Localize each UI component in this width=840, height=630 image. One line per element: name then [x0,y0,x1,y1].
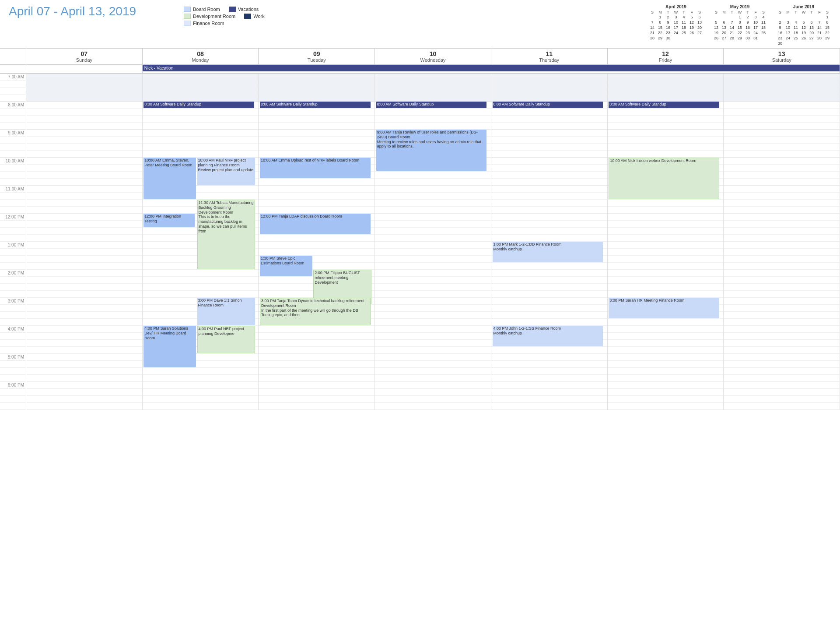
mini-cal-day[interactable]: 1 [823,14,831,20]
mini-cal-day[interactable]: 12 [800,25,808,30]
mini-cal-day[interactable]: 4 [792,20,800,25]
mini-cal-day[interactable]: 7 [728,20,736,25]
mini-cal-day[interactable]: 15 [656,25,664,30]
event-fri-0[interactable]: 8:00 AM Software Daily Standup [609,102,719,108]
mini-cal-day[interactable]: 20 [808,30,816,35]
mini-cal-day[interactable]: 12 [688,20,696,25]
mini-cal-day[interactable]: 2 [664,14,672,20]
event-fri-1[interactable]: 10:00 AM Nick Inixion webex Development … [609,158,719,199]
mini-cal-day[interactable]: 16 [776,30,784,35]
event-tue-4[interactable]: 12:00 PM Tanja LDAP discussion Board Roo… [260,214,370,234]
mini-cal-day[interactable]: 6 [696,14,704,20]
event-thu-1[interactable]: 1:00 PM Mark 1-2-1:DD Finance Room Month… [493,242,603,262]
mini-cal-day[interactable]: 11 [792,25,800,30]
mini-cal-day[interactable]: 22 [656,30,664,35]
mini-cal-day[interactable]: 19 [712,30,720,35]
mini-cal-day[interactable]: 6 [720,20,728,25]
event-mon-0[interactable]: 8:00 AM Software Daily Standup [144,102,254,108]
event-wed-1[interactable]: 9:00 AM Tanja Review of user roles and p… [376,130,486,171]
vacation-bar[interactable]: Nick - Vacation [143,65,840,71]
mini-cal-day[interactable]: 18 [792,30,800,35]
mini-cal-day[interactable]: 20 [720,30,728,35]
mini-cal-day[interactable]: 2 [776,20,784,25]
mini-cal-day[interactable]: 2 [744,14,752,20]
mini-cal-day[interactable]: 7 [648,20,656,25]
event-thu-0[interactable]: 8:00 AM Software Daily Standup [493,102,603,108]
mini-cal-day[interactable]: 8 [823,20,831,25]
event-mon-6[interactable]: 4:00 PM Sarah Solutions Dev/ HR Meeting … [144,326,196,367]
mini-cal-day[interactable]: 4 [760,14,767,20]
mini-cal-day[interactable]: 6 [808,20,816,25]
mini-cal-day[interactable]: 28 [816,35,823,41]
mini-cal-day[interactable]: 25 [680,30,688,35]
mini-cal-day[interactable]: 3 [672,14,680,20]
mini-cal-day[interactable]: 17 [784,30,792,35]
mini-cal-day[interactable]: 11 [760,20,767,25]
mini-cal-day[interactable]: 27 [696,30,704,35]
mini-cal-day[interactable]: 8 [656,20,664,25]
mini-cal-day[interactable]: 17 [672,25,680,30]
mini-cal-day[interactable]: 21 [728,30,736,35]
mini-cal-day[interactable]: 16 [744,25,752,30]
mini-cal-day[interactable]: 17 [752,25,760,30]
mini-cal-day[interactable]: 11 [680,20,688,25]
mini-cal-day[interactable]: 29 [656,35,664,41]
event-fri-2[interactable]: 3:00 PM Sarah HR Meeting Finance Room [609,298,719,318]
mini-cal-day[interactable]: 3 [784,20,792,25]
mini-cal-day[interactable]: 13 [696,20,704,25]
mini-cal-day[interactable]: 24 [784,35,792,41]
mini-cal-day[interactable]: 21 [648,30,656,35]
mini-cal-day[interactable]: 29 [823,35,831,41]
mini-cal-day[interactable]: 18 [680,25,688,30]
mini-cal-day[interactable]: 5 [688,14,696,20]
event-tue-2[interactable]: 1:30 PM Steve Epic Estimations Board Roo… [260,256,312,276]
event-mon-2[interactable]: 10:00 AM Paul NRF project planning Finan… [197,158,256,185]
event-mon-5[interactable]: 3:00 PM Dave 1:1 Simon Finance Room [197,298,256,325]
mini-cal-day[interactable]: 14 [648,25,656,30]
mini-cal-day[interactable]: 23 [744,30,752,35]
mini-cal-day[interactable]: 16 [664,25,672,30]
mini-cal-day[interactable]: 28 [648,35,656,41]
mini-cal-day[interactable]: 21 [816,30,823,35]
mini-cal-day[interactable]: 14 [816,25,823,30]
mini-cal-day[interactable]: 10 [752,20,760,25]
mini-cal-day[interactable]: 13 [720,25,728,30]
mini-cal-day[interactable]: 1 [656,14,664,20]
mini-cal-day[interactable]: 22 [736,30,744,35]
mini-cal-day[interactable]: 23 [664,30,672,35]
mini-cal-day[interactable]: 25 [792,35,800,41]
mini-cal-day[interactable]: 30 [664,35,672,41]
mini-cal-day[interactable]: 26 [800,35,808,41]
mini-cal-day[interactable]: 8 [736,20,744,25]
event-tue-0[interactable]: 8:00 AM Software Daily Standup [260,102,370,108]
mini-cal-day[interactable]: 5 [712,20,720,25]
mini-cal-day[interactable]: 10 [784,25,792,30]
event-mon-3[interactable]: 11:30 AM Tobias Manufacturing Backlog Gr… [197,200,256,269]
mini-cal-day[interactable]: 15 [736,25,744,30]
mini-cal-day[interactable]: 26 [688,30,696,35]
mini-cal-day[interactable]: 25 [760,30,767,35]
mini-cal-day[interactable]: 30 [744,35,752,41]
mini-cal-day[interactable]: 3 [752,14,760,20]
mini-cal-day[interactable]: 26 [712,35,720,41]
event-mon-1[interactable]: 10:00 AM Emma, Steven, Peter Meeting Boa… [144,158,196,199]
mini-cal-day[interactable]: 9 [744,20,752,25]
mini-cal-day[interactable]: 19 [800,30,808,35]
mini-cal-day[interactable]: 13 [808,25,816,30]
mini-cal-day[interactable]: 28 [728,35,736,41]
event-mon-7[interactable]: 4:00 PM Paul NRF project planning Develo… [197,326,256,353]
mini-cal-day[interactable]: 1 [736,14,744,20]
mini-cal-day[interactable]: 27 [808,35,816,41]
event-mon-4[interactable]: 12:00 PM Integration Testing [144,214,195,227]
event-tue-1[interactable]: 10:00 AM Emma Upload rest of NRF labels … [260,158,370,178]
mini-cal-day[interactable]: 22 [823,30,831,35]
event-tue-5[interactable]: 3:00 PM Tanja Team Dynamic technical bac… [260,298,370,325]
mini-cal-day[interactable]: 27 [720,35,728,41]
mini-cal-day[interactable]: 9 [776,25,784,30]
mini-cal-day[interactable]: 4 [680,14,688,20]
mini-cal-day[interactable]: 9 [664,20,672,25]
mini-cal-day[interactable]: 20 [696,25,704,30]
mini-cal-day[interactable]: 24 [752,30,760,35]
mini-cal-day[interactable]: 5 [800,20,808,25]
mini-cal-day[interactable]: 30 [776,41,784,46]
